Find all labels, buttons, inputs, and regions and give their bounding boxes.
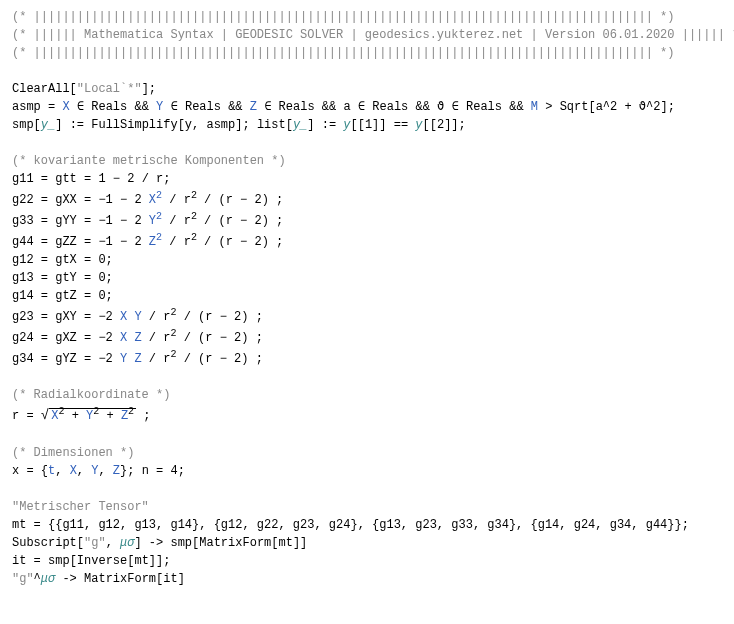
g22-line: g22 = gXX = −1 − 2 X2 / r2 / (r − 2) ;: [12, 188, 722, 209]
gup-line: "g"^μσ -> MatrixForm[it]: [12, 570, 722, 588]
header-comment-1: (* |||||||||||||||||||||||||||||||||||||…: [12, 8, 722, 26]
subscript-line: Subscript["g", μσ] -> smp[MatrixForm[mt]…: [12, 534, 722, 552]
g33-line: g33 = gYY = −1 − 2 Y2 / r2 / (r − 2) ;: [12, 209, 722, 230]
clearall-fn: ClearAll: [12, 82, 70, 96]
it-line: it = smp[Inverse[mt]];: [12, 552, 722, 570]
g11-line: g11 = gtt = 1 − 2 / r;: [12, 170, 722, 188]
asmp-line: asmp = X ∈ Reals && Y ∈ Reals && Z ∈ Rea…: [12, 98, 722, 116]
g23-line: g23 = gXY = −2 X Y / r2 / (r − 2) ;: [12, 305, 722, 326]
clearall-arg: "Local`*": [77, 82, 142, 96]
header-comment-2: (* |||||| Mathematica Syntax | GEODESIC …: [12, 26, 722, 44]
g24-line: g24 = gXZ = −2 X Z / r2 / (r − 2) ;: [12, 326, 722, 347]
header-comment-3: (* |||||||||||||||||||||||||||||||||||||…: [12, 44, 722, 62]
g44-line: g44 = gZZ = −1 − 2 Z2 / r2 / (r − 2) ;: [12, 230, 722, 251]
g12-line: g12 = gtX = 0;: [12, 251, 722, 269]
comment-radial: (* Radialkoordinate *): [12, 386, 722, 404]
comment-metric-components: (* kovariante metrische Komponenten *): [12, 152, 722, 170]
clearall-line: ClearAll["Local`*"];: [12, 80, 722, 98]
g13-line: g13 = gtY = 0;: [12, 269, 722, 287]
radial-line: r = √X2 + Y2 + Z2 ;: [12, 404, 722, 426]
g34-line: g34 = gYZ = −2 Y Z / r2 / (r − 2) ;: [12, 347, 722, 368]
mt-line: mt = {{g11, g12, g13, g14}, {g12, g22, g…: [12, 516, 722, 534]
smp-line: smp[y_] := FullSimplify[y, asmp]; list[y…: [12, 116, 722, 134]
comment-dimensions: (* Dimensionen *): [12, 444, 722, 462]
section-title: "Metrischer Tensor": [12, 498, 722, 516]
dims-line: x = {t, X, Y, Z}; n = 4;: [12, 462, 722, 480]
g14-line: g14 = gtZ = 0;: [12, 287, 722, 305]
